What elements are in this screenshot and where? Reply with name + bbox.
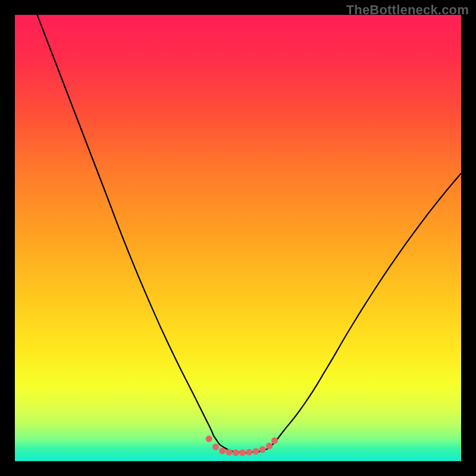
marker-dot <box>212 444 219 450</box>
watermark-text: TheBottleneck.com <box>346 2 469 18</box>
marker-dot <box>266 443 273 449</box>
curve-line <box>37 15 462 453</box>
marker-dot <box>246 449 252 456</box>
chart-svg <box>15 15 461 461</box>
marker-dot <box>259 446 266 453</box>
marker-dot <box>233 449 239 456</box>
marker-dot <box>271 437 278 444</box>
marker-dot <box>219 447 226 454</box>
marker-dot <box>253 448 259 455</box>
marker-group <box>206 436 278 456</box>
marker-dot <box>239 449 246 456</box>
plot-area <box>15 15 461 461</box>
chart-frame: TheBottleneck.com <box>0 0 476 476</box>
marker-dot <box>226 449 233 456</box>
marker-dot <box>206 436 212 442</box>
